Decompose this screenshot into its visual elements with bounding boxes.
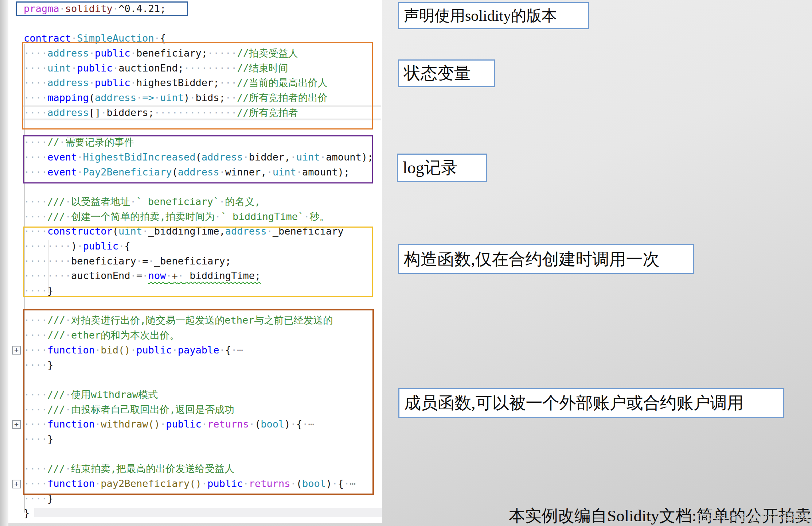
fold-expand-icon[interactable]: + xyxy=(12,346,21,355)
code-line: ········)·public·{ xyxy=(24,239,373,254)
code-line: ····event·HighestBidIncreased(address·bi… xyxy=(24,150,373,165)
code-line xyxy=(24,447,373,462)
code-line: ····///·结束拍卖,把最高的出价发送给受益人 xyxy=(24,461,373,476)
code-line: ····///·由投标者自己取回出价,返回是否成功 xyxy=(24,402,373,417)
callout-version-note: 声明使用solidity的版本 xyxy=(398,2,589,29)
code-line: ········auctionEnd·=·now·+·_biddingTime; xyxy=(24,268,373,283)
code-line xyxy=(24,120,373,135)
code-line: ····address·public·beneficiary;·····//拍卖… xyxy=(24,46,373,61)
code-line: ····constructor(uint·_biddingTime,addres… xyxy=(24,224,373,239)
code-line: ····///·ether的和为本次出价。 xyxy=(24,328,373,343)
code-line: ····///·对拍卖进行出价,随交易一起发送的ether与之前已经发送的 xyxy=(24,313,373,328)
code-lines: pragma·solidity·^0.4.21;contract·SimpleA… xyxy=(24,1,373,521)
callout-state-text: 状态变量 xyxy=(404,62,471,85)
callout-member-functions-note: 成员函数,可以被一个外部账户或合约账户调用 xyxy=(398,388,784,418)
callout-state-variables-note: 状态变量 xyxy=(398,59,495,87)
code-line: ····mapping(address·=>·uint)·bids;··//所有… xyxy=(24,90,373,105)
csdn-watermark: CSDN @逍遥的流浪剑客 xyxy=(697,511,811,525)
code-line: ····address[]·bidders;··············//所有… xyxy=(24,105,373,120)
code-line xyxy=(24,372,373,387)
fold-expand-icon[interactable]: + xyxy=(12,480,21,488)
callout-constructor-note: 构造函数,仅在合约创建时调用一次 xyxy=(398,244,694,274)
code-line: ····} xyxy=(24,432,373,447)
code-line: ····uint·public·auctionEnd;·········//结束… xyxy=(24,61,373,76)
code-line: pragma·solidity·^0.4.21; xyxy=(24,1,373,16)
code-line: contract·SimpleAuction·{ xyxy=(24,31,373,46)
callout-member-text: 成员函数,可以被一个外部账户或合约账户调用 xyxy=(404,392,744,414)
fold-expand-icon[interactable]: + xyxy=(12,420,21,429)
editor-left-margin xyxy=(0,0,8,526)
code-line: ····} xyxy=(24,283,373,298)
code-line: ····address·public·highestBidder;···//当前… xyxy=(24,76,373,90)
code-line: ····function·pay2Beneficiary()·public·re… xyxy=(24,476,373,491)
code-line: ····event·Pay2Beneficiary(address·winner… xyxy=(24,165,373,180)
code-line: ····///·以受益者地址·`_beneficiary`·的名义, xyxy=(24,194,373,209)
code-line: } xyxy=(24,506,373,521)
code-line xyxy=(24,298,373,313)
code-editor[interactable]: pragma·solidity·^0.4.21;contract·SimpleA… xyxy=(8,0,382,523)
code-line: ····function·bid()·public·payable·{·⋯ xyxy=(24,343,373,358)
code-line xyxy=(24,16,373,31)
code-line xyxy=(24,179,373,194)
code-line: ········beneficiary·=·_beneficiary; xyxy=(24,254,373,269)
screenshot-root: pragma·solidity·^0.4.21;contract·SimpleA… xyxy=(0,0,812,526)
code-line: ····//·需要记录的事件 xyxy=(24,135,373,150)
code-line: ····} xyxy=(24,491,373,506)
code-line: ····///·创建一个简单的拍卖,拍卖时间为·`_biddingTime`·秒… xyxy=(24,209,373,224)
code-line: ····///·使用withdraw模式 xyxy=(24,387,373,402)
callout-log-note: log记录 xyxy=(397,154,487,182)
code-line: ····} xyxy=(24,358,373,373)
callout-version-text: 声明使用solidity的版本 xyxy=(404,5,557,26)
callout-constructor-text: 构造函数,仅在合约创建时调用一次 xyxy=(404,248,660,271)
code-line: ····function·withdraw()·public·returns·(… xyxy=(24,417,373,432)
callout-log-text: log记录 xyxy=(403,156,458,179)
